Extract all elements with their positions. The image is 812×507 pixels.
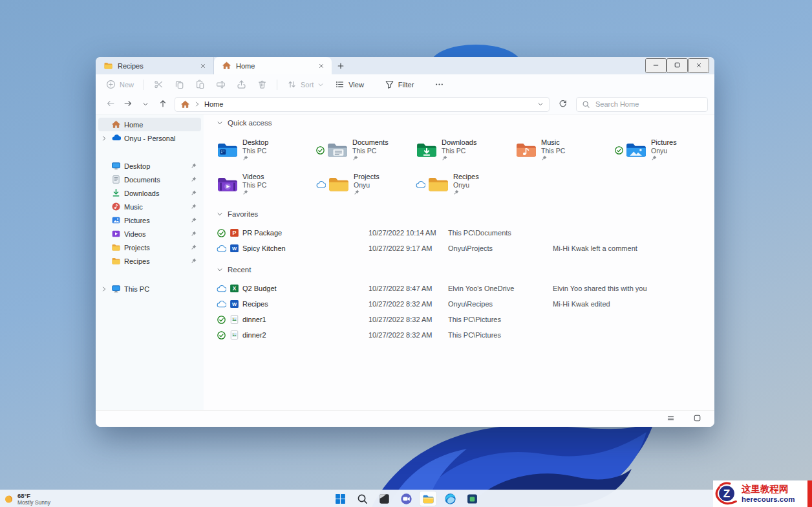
- paste-button[interactable]: [190, 77, 210, 92]
- quick-access-item-recipes[interactable]: RecipesOnyu: [416, 169, 515, 199]
- tab-close-button[interactable]: [198, 61, 208, 71]
- file-location: This PC\Pictures: [448, 331, 553, 339]
- file-row-dinner2[interactable]: dinner210/27/2022 8:32 AMThis PC\Picture…: [217, 327, 714, 343]
- item-name: Videos: [242, 173, 266, 181]
- sidebar-item-label: Pictures: [124, 217, 187, 224]
- file-location: Onyu\Recipes: [448, 300, 553, 308]
- copy-button[interactable]: [169, 77, 189, 92]
- sidebar-item-downloads[interactable]: Downloads: [98, 186, 201, 200]
- quick-access-item-desktop[interactable]: DesktopThis PC: [217, 135, 316, 165]
- file-explorer-icon[interactable]: [420, 491, 436, 506]
- home-icon: [111, 120, 121, 129]
- tab-home[interactable]: Home: [214, 57, 332, 74]
- chat-icon[interactable]: [398, 491, 414, 506]
- refresh-button[interactable]: [555, 96, 571, 112]
- weather-widget[interactable]: 68°F Mostly Sunny: [4, 493, 50, 506]
- file-date: 10/27/2022 8:32 AM: [369, 331, 448, 339]
- file-row-q2-budget[interactable]: XQ2 Budget10/27/2022 8:47 AMElvin Yoo's …: [217, 281, 714, 296]
- file-date: 10/27/2022 8:32 AM: [369, 316, 448, 323]
- file-activity-note: Mi-Hi Kwak edited: [553, 300, 610, 308]
- pin-icon: [191, 204, 197, 210]
- store-icon[interactable]: [464, 491, 480, 506]
- details-view-button[interactable]: [663, 413, 679, 425]
- quick-access-item-projects[interactable]: ProjectsOnyu: [316, 169, 416, 199]
- plus-circle-icon: [106, 80, 116, 89]
- breadcrumb-segment[interactable]: Home: [204, 100, 223, 108]
- sidebar-item-pictures[interactable]: Pictures: [98, 213, 201, 227]
- address-dropdown-icon[interactable]: [537, 101, 544, 107]
- sidebar-item-home[interactable]: Home: [98, 118, 201, 131]
- rename-button[interactable]: [211, 77, 231, 92]
- downloads-icon: [111, 188, 121, 198]
- section-header-favorites[interactable]: Favorites: [217, 210, 714, 219]
- sidebar-item-projects[interactable]: Projects: [98, 241, 201, 254]
- folder-plain-icon: [328, 175, 350, 193]
- sidebar-item-music[interactable]: Music: [98, 200, 201, 213]
- file-row-dinner1[interactable]: dinner110/27/2022 8:32 AMThis PC\Picture…: [217, 312, 714, 327]
- item-location: This PC: [242, 147, 268, 155]
- chevron-down-icon: [317, 81, 324, 88]
- sidebar-item-label: Onyu - Personal: [124, 135, 197, 142]
- quick-access-item-pictures[interactable]: PicturesOnyu: [615, 135, 714, 165]
- quick-access-item-videos[interactable]: VideosThis PC: [217, 169, 316, 199]
- edge-icon[interactable]: [442, 491, 458, 506]
- back-button[interactable]: [102, 96, 118, 112]
- tab-recipes[interactable]: Recipes: [96, 57, 214, 74]
- folder-music-icon: [515, 141, 537, 159]
- pin-icon: [354, 189, 379, 196]
- section-header-quick-access[interactable]: Quick access: [217, 118, 714, 127]
- sidebar-item-this-pc[interactable]: This PC: [98, 282, 201, 296]
- search-icon[interactable]: [354, 491, 370, 506]
- sidebar-item-documents[interactable]: Documents: [98, 173, 201, 186]
- quick-access-grid: DesktopThis PCDocumentsThis PCDownloadsT…: [217, 135, 714, 199]
- sort-button[interactable]: Sort: [282, 77, 329, 92]
- more-options-button[interactable]: [429, 77, 449, 92]
- file-row-spicy-kitchen[interactable]: WSpicy Kitchen10/27/2022 9:17 AMOnyu\Pro…: [217, 241, 714, 256]
- task-view-icon[interactable]: [376, 491, 392, 506]
- sidebar-item-recipes[interactable]: Recipes: [98, 254, 201, 268]
- file-location: Onyu\Projects: [448, 244, 553, 252]
- recent-locations-button[interactable]: [137, 96, 153, 112]
- svg-text:X: X: [233, 285, 237, 292]
- close-icon: [696, 61, 702, 70]
- tab-close-button[interactable]: [316, 61, 326, 71]
- breadcrumb[interactable]: Home: [175, 97, 550, 112]
- search-input[interactable]: [594, 100, 702, 109]
- share-button[interactable]: [231, 77, 251, 92]
- start-icon[interactable]: [332, 491, 348, 506]
- tab-strip: RecipesHome: [96, 57, 332, 74]
- close-button[interactable]: [688, 58, 709, 73]
- maximize-button[interactable]: [667, 58, 688, 73]
- documents-icon: [111, 175, 121, 184]
- new-button[interactable]: New: [101, 77, 139, 92]
- file-row-recipes[interactable]: WRecipes10/27/2022 8:32 AMOnyu\RecipesMi…: [217, 296, 714, 312]
- section-header-recent[interactable]: Recent: [217, 265, 714, 274]
- sidebar-item-videos[interactable]: Videos: [98, 227, 201, 241]
- cut-button[interactable]: [149, 77, 169, 92]
- cloud-badge: [217, 301, 226, 308]
- tab-label: Home: [236, 62, 312, 70]
- taskbar: [0, 490, 812, 507]
- filter-icon: [385, 80, 394, 89]
- quick-access-item-music[interactable]: MusicThis PC: [515, 135, 615, 165]
- folder-desktop-icon: [217, 141, 239, 159]
- toolbar-separator: [144, 80, 144, 90]
- new-tab-button[interactable]: [332, 57, 350, 74]
- filter-button[interactable]: Filter: [379, 77, 419, 92]
- forward-button[interactable]: [120, 96, 136, 112]
- quick-access-item-documents[interactable]: DocumentsThis PC: [316, 135, 416, 165]
- view-button[interactable]: View: [330, 77, 369, 92]
- details-view-icon: [667, 414, 675, 424]
- sidebar-item-desktop[interactable]: Desktop: [98, 159, 201, 173]
- up-button[interactable]: [155, 96, 171, 112]
- quick-access-item-downloads[interactable]: DownloadsThis PC: [416, 135, 515, 165]
- section-title: Favorites: [228, 210, 258, 218]
- thumbnails-view-button[interactable]: [689, 413, 705, 425]
- watermark-logo: Z: [714, 481, 739, 507]
- minimize-button[interactable]: [645, 58, 667, 73]
- file-name: Q2 Budget: [242, 285, 277, 292]
- chevron-down-icon: [217, 211, 223, 217]
- delete-button[interactable]: [252, 77, 272, 92]
- file-row-pr-package[interactable]: PPR Package10/27/2022 10:14 AMThis PC\Do…: [217, 225, 714, 241]
- sidebar-item-onyu-personal[interactable]: Onyu - Personal: [98, 131, 201, 145]
